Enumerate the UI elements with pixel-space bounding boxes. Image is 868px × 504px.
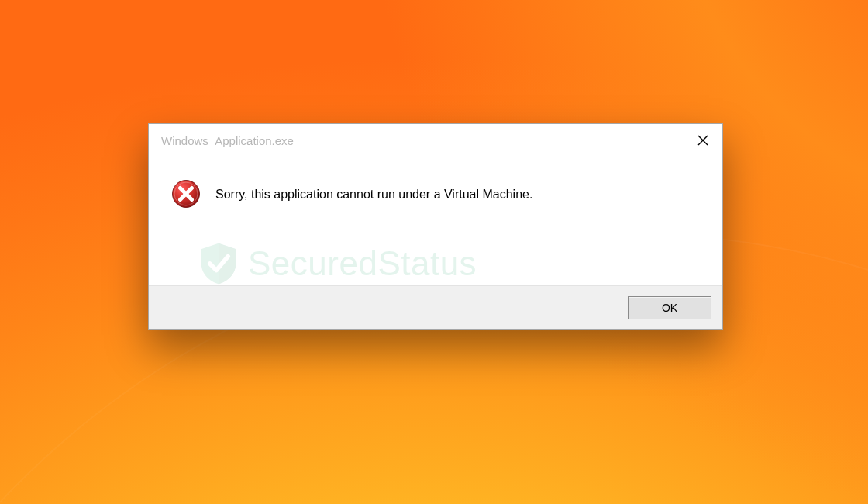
ok-button[interactable]: OK xyxy=(628,296,711,319)
watermark: SecuredStatus xyxy=(195,240,722,287)
dialog-title: Windows_Application.exe xyxy=(161,134,294,147)
dialog-titlebar: Windows_Application.exe xyxy=(149,124,722,157)
watermark-text: SecuredStatus xyxy=(248,244,477,283)
close-button[interactable] xyxy=(684,124,722,157)
shield-check-icon xyxy=(195,240,242,287)
dialog-message: Sorry, this application cannot run under… xyxy=(215,180,532,203)
error-icon xyxy=(170,178,202,209)
close-icon xyxy=(698,135,708,146)
dialog-footer: OK xyxy=(149,285,722,329)
error-dialog: Windows_Application.exe SecuredStatus xyxy=(148,123,723,330)
dialog-body: SecuredStatus Sorry, this application ca… xyxy=(149,157,722,285)
